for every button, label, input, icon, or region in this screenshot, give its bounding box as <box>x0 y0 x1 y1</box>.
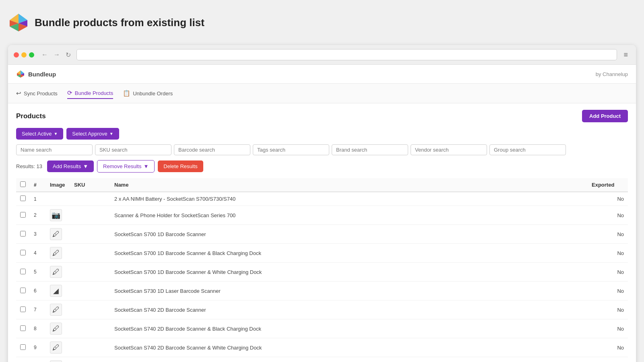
table-row: 4🖊SocketScan S700 1D Barcode Scanner & B… <box>16 244 628 263</box>
tab-sync-products[interactable]: ↩ Sync Products <box>16 88 58 99</box>
app-header: Bundle products from existing list <box>8 8 636 37</box>
bundle-icon: ⟳ <box>67 89 72 97</box>
tab-unbundle-label: Unbundle Orders <box>133 90 173 97</box>
app-content: Bundleup by Channelup ↩ Sync Products ⟳ … <box>8 65 636 362</box>
row-exported: No <box>588 206 628 225</box>
product-thumbnail: 🖊 <box>50 266 62 278</box>
sku-search-input[interactable] <box>95 144 171 155</box>
add-results-label: Add Results <box>53 163 81 169</box>
table-row: 6◢SocketScan S730 1D Laser Barcode Scann… <box>16 282 628 300</box>
row-image: 🖊 <box>46 300 70 319</box>
row-exported: No <box>588 244 628 263</box>
col-header-name: Name <box>110 178 588 192</box>
row-exported: No <box>588 263 628 282</box>
browser-dot-green[interactable] <box>29 52 34 58</box>
group-search-input[interactable] <box>489 144 566 155</box>
col-header-check <box>16 178 30 192</box>
browser-forward-button[interactable]: → <box>52 50 62 60</box>
vendor-search-input[interactable] <box>411 144 487 155</box>
col-header-sku: SKU <box>70 178 110 192</box>
product-thumbnail: 🖊 <box>50 228 62 240</box>
browser-menu-icon[interactable]: ≡ <box>621 50 630 60</box>
tab-unbundle-orders[interactable]: 📋 Unbundle Orders <box>123 88 173 99</box>
table-row: 12 x AA NIMH Battery - SocketScan S700/S… <box>16 192 628 206</box>
row-checkbox[interactable] <box>20 325 26 331</box>
row-image <box>46 192 70 206</box>
product-thumbnail: 🖊 <box>50 304 62 316</box>
row-checkbox[interactable] <box>20 212 26 218</box>
remove-results-label: Remove Results <box>103 163 141 169</box>
row-checkbox[interactable] <box>20 269 26 274</box>
product-thumbnail: ◢ <box>50 285 62 297</box>
tab-bundle-products[interactable]: ⟳ Bundle Products <box>67 88 113 99</box>
brand-name: Bundleup <box>28 71 56 78</box>
table-row: 10⬛SocketScan S800 1D Barcode ScannerNo <box>16 357 628 362</box>
col-header-image: Image <box>46 178 70 192</box>
row-name: 2 x AA NIMH Battery - SocketScan S700/S7… <box>110 192 588 206</box>
browser-dot-yellow[interactable] <box>21 52 27 58</box>
row-checkbox[interactable] <box>20 288 26 293</box>
browser-refresh-button[interactable]: ↻ <box>64 50 72 60</box>
remove-results-caret: ▼ <box>143 163 149 169</box>
brand-search-input[interactable] <box>332 144 408 155</box>
row-exported: No <box>588 338 628 357</box>
browser-dot-red[interactable] <box>14 52 19 58</box>
delete-results-button[interactable]: Delete Results <box>158 160 203 172</box>
product-thumbnail: 🖊 <box>50 323 62 335</box>
remove-results-button[interactable]: Remove Results ▼ <box>97 160 155 173</box>
select-approve-button[interactable]: Select Approve ▼ <box>66 128 119 140</box>
products-section: Products Add Product Select Active ▼ Sel… <box>8 103 636 362</box>
barcode-search-input[interactable] <box>174 144 250 155</box>
row-checkbox[interactable] <box>20 344 26 350</box>
sync-icon: ↩ <box>16 90 21 97</box>
row-name: Scanner & Phone Holder for SocketScan Se… <box>110 206 588 225</box>
row-name: SocketScan S740 2D Barcode Scanner & Bla… <box>110 319 588 338</box>
row-checkbox[interactable] <box>20 306 26 312</box>
row-sku <box>70 225 110 244</box>
browser-dots <box>14 52 34 58</box>
row-image: 🖊 <box>46 338 70 357</box>
row-name: SocketScan S740 2D Barcode Scanner & Whi… <box>110 338 588 357</box>
page-title: Bundle products from existing list <box>35 16 204 29</box>
product-thumbnail: 📷 <box>50 209 62 221</box>
products-title: Products <box>16 112 46 120</box>
row-exported: No <box>588 225 628 244</box>
delete-results-label: Delete Results <box>163 163 198 169</box>
product-thumbnail: ⬛ <box>50 360 62 362</box>
row-name: SocketScan S700 1D Barcode Scanner <box>110 225 588 244</box>
browser-window: ← → ↻ ≡ Bundleup by Channelup <box>8 45 636 362</box>
row-sku <box>70 319 110 338</box>
row-checkbox[interactable] <box>20 231 26 237</box>
row-image: ◢ <box>46 282 70 300</box>
row-sku <box>70 244 110 263</box>
app-navbar: Bundleup by Channelup <box>8 65 636 84</box>
add-product-button[interactable]: Add Product <box>582 110 628 122</box>
table-row: 2📷Scanner & Phone Holder for SocketScan … <box>16 206 628 225</box>
unbundle-icon: 📋 <box>123 90 130 97</box>
browser-topbar: ← → ↻ ≡ <box>8 45 636 65</box>
table-row: 5🖊SocketScan S700 1D Barcode Scanner & W… <box>16 263 628 282</box>
app-logo <box>8 12 29 33</box>
row-sku <box>70 300 110 319</box>
select-active-button[interactable]: Select Active ▼ <box>16 128 63 140</box>
browser-back-button[interactable]: ← <box>40 50 50 60</box>
name-search-input[interactable] <box>16 144 93 155</box>
row-name: SocketScan S740 2D Barcode Scanner <box>110 300 588 319</box>
select-active-label: Select Active <box>22 131 52 137</box>
tags-search-input[interactable] <box>253 144 329 155</box>
row-sku <box>70 206 110 225</box>
row-image: 🖊 <box>46 225 70 244</box>
row-number: 9 <box>30 338 46 357</box>
row-sku <box>70 263 110 282</box>
add-results-button[interactable]: Add Results ▼ <box>47 160 94 172</box>
products-header: Products Add Product <box>16 110 628 122</box>
row-checkbox[interactable] <box>20 250 26 255</box>
filter-row: Select Active ▼ Select Approve ▼ <box>16 128 628 140</box>
table-row: 8🖊SocketScan S740 2D Barcode Scanner & B… <box>16 319 628 338</box>
row-number: 3 <box>30 225 46 244</box>
browser-address-bar[interactable] <box>76 49 617 60</box>
select-all-checkbox[interactable] <box>20 181 26 187</box>
row-checkbox[interactable] <box>20 195 26 201</box>
row-sku <box>70 357 110 362</box>
row-image: 🖊 <box>46 319 70 338</box>
